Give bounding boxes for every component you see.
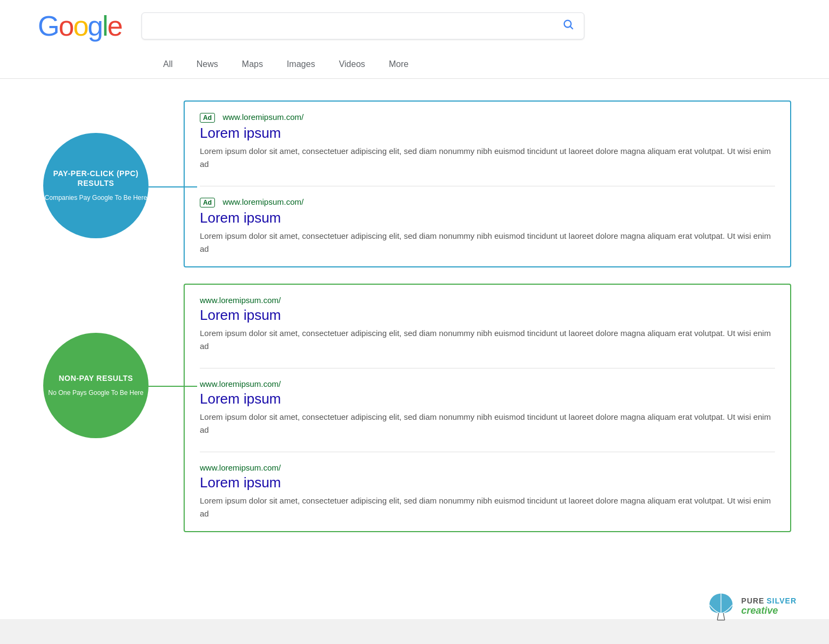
results-area: Ad www.loremipsum.com/ Lorem ipsum Lorem… xyxy=(162,100,791,598)
search-input[interactable] xyxy=(152,21,562,32)
table-row: www.loremipsum.com/ Lorem ipsum Lorem ip… xyxy=(200,296,775,353)
logo-g2: g xyxy=(87,10,102,42)
search-bar xyxy=(141,12,584,39)
logo-l: l xyxy=(102,10,107,42)
nav-images[interactable]: Images xyxy=(275,52,327,78)
branding: PURE SILVER creative xyxy=(705,590,797,622)
logo-e: e xyxy=(107,10,122,42)
section-divider xyxy=(200,186,775,186)
branding-name: PURE SILVER creative xyxy=(742,596,797,616)
nav-maps[interactable]: Maps xyxy=(230,52,275,78)
ad-label: Ad xyxy=(200,198,215,207)
table-row: Ad www.loremipsum.com/ Lorem ipsum Lorem… xyxy=(200,112,775,171)
section-divider xyxy=(200,368,775,368)
ppc-circle-subtitle: Companies Pay Google To Be Here xyxy=(45,193,147,203)
result-url: www.loremipsum.com/ xyxy=(200,379,281,388)
nav-videos[interactable]: Videos xyxy=(327,52,377,78)
pure-silver-line: PURE SILVER xyxy=(742,596,797,605)
result-title[interactable]: Lorem ipsum xyxy=(200,391,775,407)
logo-g: G xyxy=(38,10,58,42)
result-title[interactable]: Lorem ipsum xyxy=(200,210,775,226)
result-url-line: Ad www.loremipsum.com/ xyxy=(200,197,775,207)
ad-label: Ad xyxy=(200,113,215,123)
result-url: www.loremipsum.com/ xyxy=(200,463,281,472)
branding-logo-wrap: PURE SILVER creative xyxy=(705,590,797,622)
silver-text: SILVER xyxy=(766,596,797,605)
nav-all[interactable]: All xyxy=(151,52,185,78)
result-url: www.loremipsum.com/ xyxy=(223,197,304,206)
logo-o2: o xyxy=(73,10,87,42)
result-description: Lorem ipsum dolor sit amet, consectetuer… xyxy=(200,494,775,520)
nav-bar: All News Maps Images Videos More xyxy=(0,52,829,78)
pure-text: PURE xyxy=(742,596,765,605)
header-top: G o o g l e xyxy=(0,10,829,52)
result-description: Lorem ipsum dolor sit amet, consectetuer… xyxy=(200,327,775,353)
left-annotations: PAY-PER-CLICK (PPC) RESULTS Companies Pa… xyxy=(38,100,162,598)
result-url-line: www.loremipsum.com/ xyxy=(200,296,775,305)
result-title[interactable]: Lorem ipsum xyxy=(200,125,775,142)
header: G o o g l e All News Maps Images Videos xyxy=(0,0,829,79)
svg-line-2 xyxy=(717,613,719,620)
nav-news[interactable]: News xyxy=(185,52,230,78)
result-title[interactable]: Lorem ipsum xyxy=(200,307,775,324)
table-row: www.loremipsum.com/ Lorem ipsum Lorem ip… xyxy=(200,463,775,520)
result-url: www.loremipsum.com/ xyxy=(200,296,281,305)
logo-o1: o xyxy=(58,10,73,42)
main-content: PAY-PER-CLICK (PPC) RESULTS Companies Pa… xyxy=(0,79,829,619)
organic-results-section: www.loremipsum.com/ Lorem ipsum Lorem ip… xyxy=(184,284,791,532)
result-description: Lorem ipsum dolor sit amet, consectetuer… xyxy=(200,145,775,171)
search-bar-wrapper xyxy=(141,12,584,39)
result-url-line: www.loremipsum.com/ xyxy=(200,379,775,388)
ppc-connector-line xyxy=(149,186,197,187)
result-url-line: Ad www.loremipsum.com/ xyxy=(200,112,775,123)
result-description: Lorem ipsum dolor sit amet, consectetuer… xyxy=(200,230,775,256)
organic-circle: NON-PAY RESULTS No One Pays Google To Be… xyxy=(43,333,149,438)
result-url-line: www.loremipsum.com/ xyxy=(200,463,775,472)
svg-line-3 xyxy=(723,613,725,620)
organic-circle-subtitle: No One Pays Google To Be Here xyxy=(48,388,144,398)
result-url: www.loremipsum.com/ xyxy=(223,112,304,122)
search-icon[interactable] xyxy=(562,18,574,33)
organic-circle-title: NON-PAY RESULTS xyxy=(59,373,133,383)
table-row: www.loremipsum.com/ Lorem ipsum Lorem ip… xyxy=(200,379,775,437)
result-description: Lorem ipsum dolor sit amet, consectetuer… xyxy=(200,411,775,437)
organic-connector-line xyxy=(149,386,197,387)
creative-text: creative xyxy=(742,605,778,616)
parachute-icon xyxy=(705,590,737,622)
svg-line-1 xyxy=(570,26,572,29)
result-title[interactable]: Lorem ipsum xyxy=(200,474,775,491)
section-divider xyxy=(200,452,775,452)
ppc-circle: PAY-PER-CLICK (PPC) RESULTS Companies Pa… xyxy=(43,133,149,238)
nav-more[interactable]: More xyxy=(377,52,420,78)
google-logo: G o o g l e xyxy=(38,10,122,42)
ppc-circle-title: PAY-PER-CLICK (PPC) RESULTS xyxy=(43,169,149,188)
ppc-results-section: Ad www.loremipsum.com/ Lorem ipsum Lorem… xyxy=(184,100,791,267)
table-row: Ad www.loremipsum.com/ Lorem ipsum Lorem… xyxy=(200,197,775,256)
